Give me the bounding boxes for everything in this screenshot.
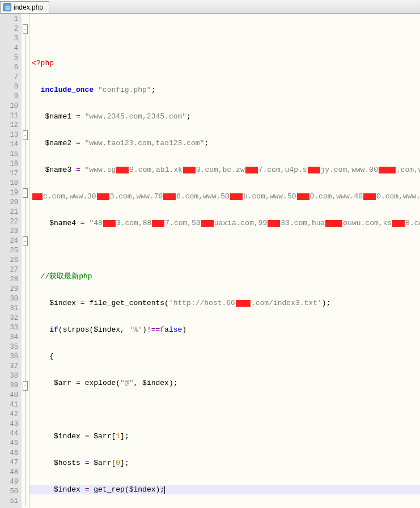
fold-toggle-icon[interactable]: − <box>23 188 28 198</box>
code-line[interactable]: $name3 = "www.sg9.com,ab1.xk0.com,bc.zw7… <box>29 165 420 175</box>
fold-slot <box>22 285 29 294</box>
redaction <box>236 300 251 307</box>
code-line[interactable]: if(strpos($index, '%')!==false) <box>29 325 420 335</box>
fold-guide <box>25 227 26 236</box>
line-number: 25 <box>0 246 22 256</box>
redaction <box>152 220 164 227</box>
code-line[interactable]: $arr = explode("@", $index); <box>29 378 420 388</box>
fold-toggle-icon[interactable]: − <box>23 130 28 140</box>
redaction <box>116 167 129 173</box>
redaction <box>163 193 176 200</box>
code-line-current[interactable]: $index = get_rep($index); <box>29 485 420 494</box>
fold-column: −−−−− <box>22 14 29 508</box>
fold-toggle-icon[interactable]: − <box>23 381 28 391</box>
redaction <box>183 167 196 173</box>
fold-slot <box>22 15 29 24</box>
line-number: 5 <box>0 53 22 63</box>
fold-guide <box>25 487 26 497</box>
code-line[interactable] <box>29 405 420 414</box>
fold-slot <box>22 362 29 371</box>
fold-slot <box>22 468 29 477</box>
fold-guide <box>25 314 26 323</box>
line-number: 6 <box>0 63 22 73</box>
fold-guide <box>25 342 26 352</box>
line-number: 36 <box>0 352 22 362</box>
fold-slot[interactable]: − <box>22 24 29 34</box>
fold-slot <box>22 439 29 448</box>
line-number: 51 <box>0 497 22 506</box>
file-tab[interactable]: ▤ index.php <box>0 1 49 13</box>
fold-guide <box>25 429 26 439</box>
fold-guide <box>25 294 26 304</box>
fold-slot[interactable]: − <box>22 188 29 198</box>
fold-slot <box>22 323 29 333</box>
fold-guide <box>25 391 26 400</box>
code-line[interactable]: c.com,www.303.com,www.708.com,www.50b.co… <box>29 192 420 201</box>
line-number: 4 <box>0 44 22 53</box>
fold-slot <box>22 92 29 101</box>
fold-guide <box>25 439 26 448</box>
code-line[interactable]: $name4 = "483.com,887.com,50uaxia.com,99… <box>29 218 420 228</box>
code-editor[interactable]: 1234567891011121314151617181920212223242… <box>0 14 420 508</box>
line-number: 9 <box>0 92 22 101</box>
fold-guide <box>25 198 26 208</box>
fold-slot <box>22 82 29 92</box>
code-line[interactable]: //获取最新php <box>29 272 420 281</box>
line-number: 42 <box>0 410 22 420</box>
line-number: 16 <box>0 159 22 169</box>
fold-guide <box>25 420 26 429</box>
redaction <box>392 220 405 227</box>
fold-guide <box>25 246 26 256</box>
redaction <box>245 167 258 173</box>
fold-guide <box>25 410 26 420</box>
code-line[interactable]: $index = file_get_contents('http://host.… <box>29 298 420 308</box>
line-number: 32 <box>0 314 22 323</box>
line-number: 14 <box>0 140 22 150</box>
fold-guide <box>25 477 26 487</box>
line-number: 43 <box>0 420 22 429</box>
fold-slot <box>22 497 29 506</box>
code-line[interactable]: $hosts = $arr[0]; <box>29 458 420 468</box>
fold-slot <box>22 352 29 362</box>
code-line[interactable]: $name2 = "www.tao123.com,tao123.com"; <box>29 138 420 148</box>
line-number: 12 <box>0 121 22 130</box>
fold-guide <box>25 82 26 92</box>
line-number: 45 <box>0 439 22 448</box>
fold-slot <box>22 111 29 121</box>
code-line[interactable]: <?php <box>29 58 420 68</box>
line-number: 29 <box>0 285 22 294</box>
fold-slot <box>22 342 29 352</box>
code-line[interactable]: include_once "config.php"; <box>29 85 420 95</box>
line-number: 31 <box>0 304 22 314</box>
code-line[interactable]: { <box>29 352 420 361</box>
fold-slot[interactable]: − <box>22 381 29 391</box>
line-number: 27 <box>0 265 22 275</box>
fold-toggle-icon[interactable]: − <box>23 236 28 246</box>
fold-slot <box>22 140 29 150</box>
fold-slot <box>22 227 29 236</box>
fold-slot <box>22 448 29 458</box>
fold-slot <box>22 429 29 439</box>
code-area[interactable]: <?php include_once "config.php"; $name1 … <box>29 14 420 508</box>
code-line[interactable]: $index = $arr[1]; <box>29 431 420 441</box>
line-number: 10 <box>0 101 22 111</box>
fold-guide <box>25 468 26 477</box>
line-number: 40 <box>0 391 22 400</box>
line-number: 50 <box>0 487 22 497</box>
fold-guide <box>25 44 26 53</box>
code-line[interactable] <box>29 245 420 255</box>
line-number: 20 <box>0 198 22 208</box>
fold-guide <box>25 285 26 294</box>
fold-slot[interactable]: − <box>22 236 29 246</box>
fold-slot[interactable]: − <box>22 130 29 140</box>
line-number: 1 <box>0 15 22 24</box>
fold-slot <box>22 275 29 285</box>
code-line[interactable] <box>29 32 420 41</box>
line-number: 3 <box>0 34 22 44</box>
fold-toggle-icon[interactable]: − <box>23 24 28 34</box>
line-number: 21 <box>0 208 22 217</box>
code-line[interactable]: $name1 = "www.2345.com,2345.com"; <box>29 112 420 121</box>
fold-slot <box>22 265 29 275</box>
fold-guide <box>25 73 26 82</box>
line-number: 26 <box>0 256 22 265</box>
